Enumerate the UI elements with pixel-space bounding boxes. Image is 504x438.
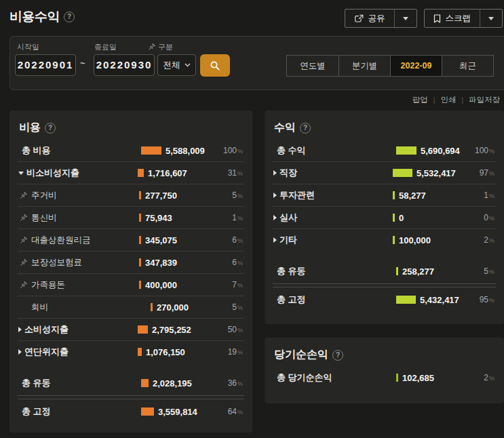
pin-icon[interactable] (20, 214, 28, 222)
row-label: 총 당기순손익 (273, 372, 396, 384)
tab-1[interactable]: 연도별 (287, 56, 338, 76)
costs-row-5[interactable]: 대출상환원리금345,0756% (18, 229, 244, 251)
amount-value: 258,277 (402, 266, 434, 277)
revenue-row-3[interactable]: 투자관련58,2771% (273, 184, 496, 206)
amount-bar (396, 374, 398, 382)
revenue-row-4[interactable]: 실사00% (273, 207, 496, 228)
row-label-text: 총 당기순손익 (277, 372, 332, 384)
amount-value: 102,685 (402, 373, 434, 383)
net-income-panel: 당기순손익 총 당기순손익102,6852% (265, 338, 504, 403)
row-label-text: 실사 (279, 212, 297, 224)
triangle-down-icon (18, 172, 24, 175)
row-label: 총 비용 (18, 144, 141, 157)
costs-row-9[interactable]: 소비성지출2,795,25250% (18, 319, 244, 340)
tab-2[interactable]: 분기별 (338, 56, 390, 76)
percent-value: 31% (228, 168, 244, 178)
row-label-text: 연단위지출 (24, 346, 69, 358)
percent-value: 1% (484, 191, 496, 200)
percent-value: 95% (480, 295, 496, 304)
pin-icon[interactable] (20, 191, 28, 199)
category-select-value: 전체 (163, 60, 180, 71)
tab-3[interactable]: 2022-09 (390, 56, 442, 76)
revenue-title-text: 수익 (274, 121, 296, 135)
row-label-text: 투자관련 (279, 189, 315, 201)
row-label-text: 직장 (279, 167, 297, 179)
costs-row-3[interactable]: 주거비277,7505% (18, 184, 244, 206)
scrap-button[interactable]: 스크랩 (425, 9, 481, 27)
row-label: 총 고정 (273, 294, 396, 306)
start-date-input[interactable]: 20220901 (15, 54, 76, 76)
amount-bar (141, 146, 161, 155)
top-actions: 공유 스크랩 (345, 9, 503, 28)
end-date-input[interactable]: 20220930 (94, 54, 155, 76)
row-label: 통신비 (18, 212, 139, 224)
percent-value: 6% (232, 235, 244, 245)
costs-row-6[interactable]: 보장성보험료347,8396% (18, 252, 244, 273)
costs-row-2[interactable]: 비소비성지출1,716,60731% (18, 162, 244, 184)
amount-bar (393, 236, 395, 244)
triangle-right-icon (273, 193, 277, 198)
row-label-text: 소비성지출 (24, 323, 69, 336)
amount-value: 5,588,009 (166, 146, 205, 156)
pin-icon[interactable] (20, 258, 28, 266)
costs-row-10[interactable]: 연단위지출1,076,15019% (18, 341, 244, 363)
costs-row-4[interactable]: 통신비75,9431% (18, 207, 244, 228)
row-label: 대출상환원리금 (18, 235, 139, 246)
row-label: 총 유동 (273, 265, 396, 277)
tab-4[interactable]: 최근 (442, 56, 493, 76)
amount-value: 3,559,814 (158, 407, 197, 417)
percent-value: 1% (232, 213, 244, 222)
amount-bar (396, 146, 416, 155)
row-label-text: 총 고정 (277, 294, 306, 306)
link-divider: | (461, 96, 463, 104)
percent-value: 19% (228, 347, 244, 357)
help-icon[interactable] (300, 123, 311, 134)
scrap-dropdown-button[interactable] (480, 9, 502, 27)
utility-link-2[interactable]: 인쇄 (440, 95, 456, 105)
amount-value: 270,000 (157, 302, 189, 313)
amount-value: 75,943 (145, 213, 172, 223)
row-label-text: 보장성보험료 (31, 257, 82, 268)
category-select[interactable]: 전체 (157, 54, 196, 76)
share-dropdown-button[interactable] (395, 9, 416, 27)
row-label-text: 통신비 (31, 212, 57, 224)
costs-title-text: 비용 (19, 121, 41, 135)
percent-value: 0% (484, 213, 496, 222)
page-header: 비용수익 (9, 8, 75, 26)
amount-value: 2,795,252 (152, 325, 191, 335)
costs-row-12: 총 고정3,559,81464% (18, 401, 244, 422)
revenue-row-2[interactable]: 직장5,532,41797% (273, 162, 496, 184)
search-button[interactable] (200, 54, 230, 77)
costs-row-7[interactable]: 가족용돈400,0007% (18, 274, 244, 296)
help-icon[interactable] (332, 350, 343, 361)
net-row-1: 총 당기순손익102,6852% (273, 367, 496, 389)
right-column: 수익 총 수익5,690,694100%직장5,532,41797%투자관련58… (265, 111, 504, 433)
row-label-text: 총 비용 (22, 144, 51, 157)
amount-value: 5,690,694 (421, 146, 460, 156)
pin-icon[interactable] (20, 281, 28, 289)
net-income-title-text: 당기순손익 (274, 348, 328, 362)
revenue-row-5[interactable]: 기타100,0002% (273, 229, 496, 251)
revenue-panel: 수익 총 수익5,690,694100%직장5,532,41797%투자관련58… (265, 111, 504, 324)
scrap-split-button: 스크랩 (424, 9, 503, 28)
row-label: 보장성보험료 (18, 257, 139, 268)
utility-link-1[interactable]: 팝업 (412, 95, 428, 105)
pin-icon[interactable] (20, 236, 28, 244)
amount-value: 1,716,607 (148, 168, 187, 178)
row-label-text: 총 유동 (277, 265, 306, 277)
percent-value: 36% (228, 378, 244, 388)
costs-row-8[interactable]: 회비270,0005% (18, 296, 244, 318)
row-label-text: 회비 (31, 302, 48, 313)
link-divider: | (433, 96, 435, 104)
percent-value: 6% (232, 258, 244, 267)
row-label-text: 비소비성지출 (26, 167, 79, 179)
triangle-right-icon (273, 237, 277, 243)
utility-link-3[interactable]: 파일저장 (469, 95, 500, 105)
share-button[interactable]: 공유 (345, 9, 395, 27)
amount-value: 0 (399, 213, 404, 223)
help-icon[interactable] (45, 123, 56, 134)
amount-value: 5,432,417 (420, 295, 459, 305)
amount-bar (139, 214, 141, 222)
help-icon[interactable] (64, 12, 75, 22)
amount-bar (396, 267, 398, 275)
